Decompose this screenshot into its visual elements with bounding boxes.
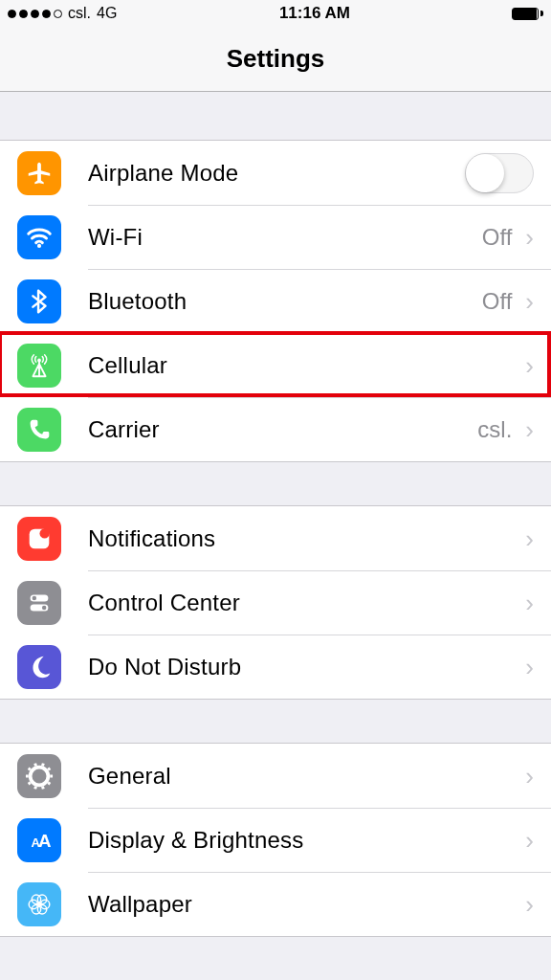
- row-detail: Off: [482, 224, 513, 251]
- phone-icon: [17, 408, 61, 452]
- settings-row-wallpaper[interactable]: Wallpaper›: [0, 872, 551, 936]
- svg-point-19: [35, 772, 43, 780]
- chevron-right-icon: ›: [525, 225, 534, 250]
- antenna-icon: [17, 344, 61, 388]
- row-label: Wallpaper: [88, 891, 523, 918]
- group-spacer: [0, 462, 551, 505]
- svg-point-0: [37, 243, 41, 247]
- chevron-right-icon: ›: [525, 353, 534, 378]
- row-label: Carrier: [88, 416, 477, 443]
- svg-line-16: [35, 763, 36, 766]
- svg-point-7: [42, 605, 47, 610]
- chevron-right-icon: ›: [525, 417, 534, 442]
- navigation-bar: Settings: [0, 27, 551, 92]
- airplane-toggle[interactable]: [465, 153, 534, 193]
- svg-line-11: [42, 786, 43, 789]
- settings-row-notifications[interactable]: Notifications›: [0, 506, 551, 570]
- row-label: Bluetooth: [88, 288, 482, 315]
- chevron-right-icon: ›: [525, 764, 534, 789]
- svg-point-3: [39, 528, 49, 538]
- settings-row-airplane[interactable]: Airplane Mode: [0, 141, 551, 205]
- row-label: Cellular: [88, 352, 523, 379]
- settings-row-general[interactable]: General›: [0, 744, 551, 808]
- row-detail: csl.: [477, 416, 512, 443]
- settings-row-controlcenter[interactable]: Control Center›: [0, 570, 551, 635]
- svg-text:A: A: [38, 830, 52, 850]
- settings-list[interactable]: Airplane ModeWi-FiOff›BluetoothOff›Cellu…: [0, 92, 551, 937]
- chevron-right-icon: ›: [525, 526, 534, 551]
- svg-point-28: [36, 902, 42, 907]
- status-left: csl. 4G: [8, 5, 117, 22]
- settings-row-bluetooth[interactable]: BluetoothOff›: [0, 269, 551, 333]
- text-size-icon: AA: [17, 818, 61, 862]
- network-type: 4G: [97, 5, 117, 22]
- settings-group: Airplane ModeWi-FiOff›BluetoothOff›Cellu…: [0, 140, 551, 462]
- settings-row-carrier[interactable]: Carriercsl.›: [0, 397, 551, 461]
- svg-line-15: [29, 768, 31, 769]
- svg-line-10: [48, 782, 50, 784]
- settings-row-dnd[interactable]: Do Not Disturb›: [0, 635, 551, 699]
- row-label: General: [88, 763, 523, 790]
- svg-line-13: [29, 782, 31, 784]
- airplane-icon: [17, 151, 61, 195]
- svg-line-12: [35, 786, 36, 789]
- settings-group: General›AADisplay & Brightness›Wallpaper…: [0, 743, 551, 937]
- switches-icon: [17, 581, 61, 625]
- page-title: Settings: [227, 44, 325, 74]
- chevron-right-icon: ›: [525, 590, 534, 615]
- chevron-right-icon: ›: [525, 892, 534, 917]
- chevron-right-icon: ›: [525, 828, 534, 853]
- flower-icon: [17, 882, 61, 926]
- row-label: Do Not Disturb: [88, 654, 523, 680]
- chevron-right-icon: ›: [525, 289, 534, 314]
- settings-row-display[interactable]: AADisplay & Brightness›: [0, 808, 551, 872]
- row-label: Notifications: [88, 525, 523, 552]
- carrier-name: csl.: [68, 5, 91, 22]
- clock: 11:16 AM: [279, 4, 350, 23]
- moon-icon: [17, 645, 61, 689]
- row-label: Wi-Fi: [88, 224, 482, 251]
- group-spacer: [0, 700, 551, 743]
- row-label: Airplane Mode: [88, 160, 465, 187]
- settings-group: Notifications›Control Center›Do Not Dist…: [0, 505, 551, 700]
- svg-line-17: [42, 763, 43, 766]
- cellular-signal-icon: [8, 10, 62, 18]
- battery-icon: [512, 8, 543, 20]
- wifi-icon: [17, 215, 61, 259]
- svg-line-18: [48, 768, 50, 769]
- notification-icon: [17, 517, 61, 561]
- row-label: Control Center: [88, 590, 523, 616]
- svg-point-5: [33, 595, 37, 600]
- svg-point-1: [37, 358, 41, 362]
- chevron-right-icon: ›: [525, 655, 534, 679]
- row-detail: Off: [482, 288, 513, 315]
- settings-row-cellular[interactable]: Cellular›: [0, 333, 551, 397]
- group-spacer: [0, 92, 551, 140]
- bluetooth-icon: [17, 279, 61, 323]
- gear-icon: [17, 754, 61, 798]
- row-label: Display & Brightness: [88, 827, 523, 854]
- settings-row-wifi[interactable]: Wi-FiOff›: [0, 205, 551, 269]
- status-bar: csl. 4G 11:16 AM: [0, 0, 551, 27]
